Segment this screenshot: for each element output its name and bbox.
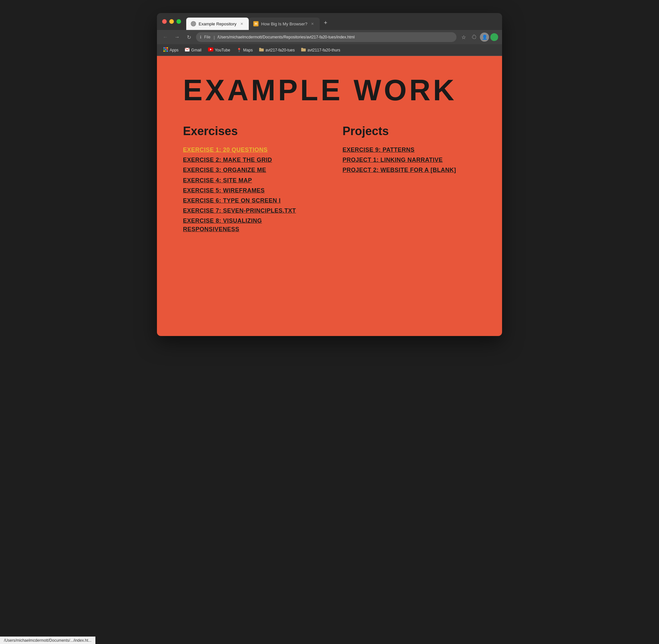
bookmark-avt2117-label: avt2117-fa20-thurs — [308, 48, 340, 52]
svg-rect-4 — [165, 47, 166, 48]
exercise-9-link[interactable]: EXERCISE 9: PATTERNS — [342, 146, 476, 154]
bookmark-star-button[interactable]: ☆ — [459, 32, 468, 42]
page-content: EXAMPLE WORK Exercises EXERCISE 1: 20 QU… — [157, 56, 502, 336]
list-item: EXERCISE 8: VISUALIZING RESPONSIVENESS — [183, 217, 317, 233]
bookmark-avt217-label: avt217-fa20-tues — [265, 48, 295, 52]
projects-column: Projects EXERCISE 9: PATTERNS PROJECT 1:… — [342, 124, 476, 175]
bookmark-youtube-label: YouTube — [215, 48, 230, 52]
exercise-7-link[interactable]: EXERCISE 7: SEVEN-PRINCIPLES.TXT — [183, 207, 317, 215]
status-bar-text: /Users/michaelmcdermott/Documents/.../in… — [4, 638, 91, 643]
content-columns: Exercises EXERCISE 1: 20 QUESTIONS EXERC… — [183, 124, 476, 233]
tab-favicon-2: H — [253, 21, 258, 26]
address-info-icon: ℹ — [200, 35, 202, 39]
close-button[interactable] — [162, 19, 167, 24]
exercises-list: EXERCISE 1: 20 QUESTIONS EXERCISE 2: MAK… — [183, 146, 317, 233]
traffic-lights — [157, 19, 186, 24]
list-item: EXERCISE 2: MAKE THE GRID — [183, 156, 317, 164]
folder-1-icon — [259, 48, 264, 52]
apps-icon — [163, 47, 168, 53]
browser-window: Example Repository ✕ H How Big Is My Bro… — [157, 13, 502, 336]
bookmark-maps-label: Maps — [243, 48, 253, 52]
svg-rect-7 — [165, 49, 166, 50]
list-item: EXERCISE 5: WIREFRAMES — [183, 187, 317, 195]
back-button[interactable]: ← — [161, 32, 170, 42]
tabs-bar: Example Repository ✕ H How Big Is My Bro… — [186, 13, 502, 30]
gmail-icon — [185, 48, 189, 52]
bookmark-youtube[interactable]: YouTube — [205, 46, 233, 54]
address-protocol: File — [204, 35, 210, 39]
reload-button[interactable]: ↻ — [184, 32, 194, 42]
status-bar: /Users/michaelmcdermott/Documents/.../in… — [0, 637, 95, 644]
browser-titlebar: Example Repository ✕ H How Big Is My Bro… — [157, 13, 502, 30]
youtube-icon — [208, 48, 213, 52]
tab-favicon-1 — [191, 21, 196, 26]
list-item: EXERCISE 4: SITE MAP — [183, 177, 317, 185]
svg-rect-8 — [167, 49, 168, 50]
list-item: PROJECT 1: LINKING NARRATIVE — [342, 156, 476, 164]
bookmark-gmail[interactable]: Gmail — [182, 47, 204, 54]
exercise-6-link[interactable]: EXERCISE 6: TYPE ON SCREEN I — [183, 197, 317, 205]
list-item: EXERCISE 7: SEVEN-PRINCIPLES.TXT — [183, 207, 317, 215]
maps-icon: 📍 — [237, 48, 242, 52]
project-1-link[interactable]: PROJECT 1: LINKING NARRATIVE — [342, 156, 476, 164]
svg-rect-6 — [163, 49, 165, 50]
maximize-button[interactable] — [177, 19, 181, 24]
exercise-4-link[interactable]: EXERCISE 4: SITE MAP — [183, 177, 317, 185]
exercises-heading: Exercises — [183, 124, 317, 138]
bookmark-apps-label: Apps — [169, 48, 178, 52]
user-avatar[interactable]: 👤 — [480, 32, 489, 42]
forward-button[interactable]: → — [173, 32, 182, 42]
address-path: /Users/michaelmcdermott/Documents/Reposi… — [218, 35, 355, 39]
browser-toolbar: ← → ↻ ℹ File | /Users/michaelmcdermott/D… — [157, 30, 502, 44]
svg-rect-3 — [163, 47, 165, 48]
tab-1-close[interactable]: ✕ — [239, 21, 244, 26]
user-sync-indicator — [490, 33, 498, 41]
minimize-button[interactable] — [169, 19, 174, 24]
projects-list: EXERCISE 9: PATTERNS PROJECT 1: LINKING … — [342, 146, 476, 175]
tab-example-repository[interactable]: Example Repository ✕ — [186, 18, 249, 30]
list-item: EXERCISE 3: ORGANIZE ME — [183, 166, 317, 174]
bookmarks-bar: Apps Gmail YouTube 📍 Maps — [157, 44, 502, 56]
bookmark-apps[interactable]: Apps — [161, 46, 181, 54]
exercise-2-link[interactable]: EXERCISE 2: MAKE THE GRID — [183, 156, 317, 164]
bookmark-gmail-label: Gmail — [191, 48, 201, 52]
page-title: EXAMPLE WORK — [183, 75, 476, 105]
svg-rect-5 — [167, 47, 168, 48]
tab-2-close[interactable]: ✕ — [310, 21, 315, 26]
exercise-8-link[interactable]: EXERCISE 8: VISUALIZING RESPONSIVENESS — [183, 217, 317, 233]
new-tab-button[interactable]: + — [321, 18, 330, 27]
projects-heading: Projects — [342, 124, 476, 138]
list-item: EXERCISE 6: TYPE ON SCREEN I — [183, 197, 317, 205]
svg-rect-9 — [163, 50, 165, 52]
tab-1-label: Example Repository — [199, 22, 236, 26]
project-2-link[interactable]: PROJECT 2: WEBSITE FOR A [BLANK] — [342, 166, 476, 174]
exercise-5-link[interactable]: EXERCISE 5: WIREFRAMES — [183, 187, 317, 195]
bookmark-maps[interactable]: 📍 Maps — [234, 47, 255, 54]
toolbar-actions: ☆ 👤 — [459, 32, 498, 42]
exercise-3-link[interactable]: EXERCISE 3: ORGANIZE ME — [183, 166, 317, 174]
exercises-column: Exercises EXERCISE 1: 20 QUESTIONS EXERC… — [183, 124, 317, 233]
bookmark-avt217[interactable]: avt217-fa20-tues — [256, 46, 297, 54]
svg-rect-11 — [167, 50, 168, 52]
extensions-button[interactable] — [470, 32, 479, 42]
list-item: EXERCISE 1: 20 QUESTIONS — [183, 146, 317, 154]
address-bar[interactable]: ℹ File | /Users/michaelmcdermott/Documen… — [196, 32, 456, 42]
svg-rect-10 — [165, 50, 166, 52]
list-item: PROJECT 2: WEBSITE FOR A [BLANK] — [342, 166, 476, 174]
bookmark-avt2117[interactable]: avt2117-fa20-thurs — [299, 46, 343, 54]
list-item: EXERCISE 9: PATTERNS — [342, 146, 476, 154]
tab-2-label: How Big Is My Browser? — [261, 22, 308, 26]
tab-how-big[interactable]: H How Big Is My Browser? ✕ — [249, 18, 320, 30]
folder-2-icon — [301, 48, 306, 52]
exercise-1-link[interactable]: EXERCISE 1: 20 QUESTIONS — [183, 146, 317, 154]
